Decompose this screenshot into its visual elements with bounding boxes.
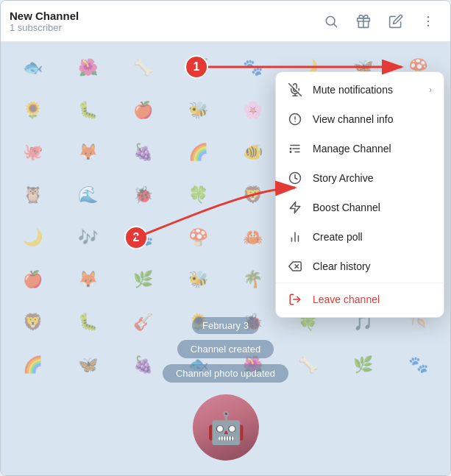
menu-item-view-info[interactable]: View channel info — [276, 104, 444, 134]
svg-marker-19 — [290, 202, 300, 213]
leave-label: Leave channel — [313, 294, 380, 305]
boost-icon — [288, 200, 302, 215]
chat-area: 🐟🌺🦴🌿🐾🌙🦋🍄 🌻🐛🍎🐝🌸🦀🌵🎸 🐙🦊🍇🌈🐠🌴🐚🎵 🦉🌊🐞🍀🦁🌺🦋🐟 🌙🎶🐾🍄… — [1, 42, 450, 475]
clear-icon — [288, 259, 302, 274]
title-bar: New Channel 1 subscriber — [1, 1, 450, 42]
menu-item-clear-history[interactable]: Clear history — [276, 252, 444, 281]
channel-avatar-container: 🤖 — [193, 394, 259, 461]
edit-icon — [388, 14, 403, 29]
robot-emoji: 🤖 — [207, 410, 245, 446]
channel-avatar: 🤖 — [193, 394, 259, 461]
context-menu: Mute notifications › View channel info — [275, 71, 444, 318]
manage-label: Manage Channel — [313, 143, 391, 154]
poll-label: Create poll — [313, 231, 363, 243]
story-archive-icon — [288, 171, 302, 185]
menu-item-boost[interactable]: Boost Channel — [276, 193, 444, 222]
menu-item-mute[interactable]: Mute notifications › — [276, 75, 444, 104]
annotation-1: 1 — [185, 55, 208, 79]
channel-name: New Channel — [10, 10, 79, 22]
app-window: — □ ✕ New Channel 1 subscriber — [0, 0, 451, 476]
date-bubble: February 3 — [192, 317, 259, 334]
more-icon — [421, 14, 436, 29]
menu-item-leave[interactable]: Leave channel — [276, 285, 444, 314]
menu-divider — [276, 283, 444, 283]
leave-icon — [288, 292, 302, 307]
gift-icon — [356, 14, 371, 29]
svg-point-5 — [427, 20, 430, 22]
event-channel-created: Channel created — [177, 340, 274, 358]
mute-label: Mute notifications — [313, 84, 393, 96]
info-icon — [288, 112, 302, 127]
title-bar-actions — [318, 8, 441, 35]
svg-point-16 — [290, 148, 291, 149]
clear-history-label: Clear history — [313, 260, 371, 272]
boost-label: Boost Channel — [313, 202, 380, 213]
subscriber-count: 1 subscriber — [10, 22, 79, 33]
story-archive-label: Story Archive — [313, 172, 373, 184]
channel-info: New Channel 1 subscriber — [10, 10, 79, 33]
menu-item-manage[interactable]: Manage Channel — [276, 134, 444, 163]
svg-line-1 — [334, 24, 337, 26]
gift-button[interactable] — [350, 8, 377, 35]
poll-icon — [288, 230, 302, 244]
event-photo-updated: Channel photo updated — [163, 364, 288, 383]
manage-icon — [288, 141, 302, 156]
annotation-2: 2 — [124, 226, 148, 249]
edit-button[interactable] — [383, 8, 409, 35]
view-info-label: View channel info — [313, 113, 393, 125]
svg-point-0 — [326, 16, 335, 25]
messages-area: February 3 Channel created Channel photo… — [1, 305, 450, 475]
svg-point-6 — [427, 24, 430, 26]
search-icon — [324, 14, 338, 29]
search-button[interactable] — [318, 8, 344, 35]
mute-icon — [288, 82, 302, 97]
more-button[interactable] — [415, 8, 441, 35]
svg-point-4 — [427, 15, 430, 18]
mute-arrow: › — [429, 85, 432, 95]
menu-item-poll[interactable]: Create poll — [276, 222, 444, 252]
menu-item-story-archive[interactable]: Story Archive — [276, 163, 444, 193]
svg-point-17 — [290, 152, 291, 153]
